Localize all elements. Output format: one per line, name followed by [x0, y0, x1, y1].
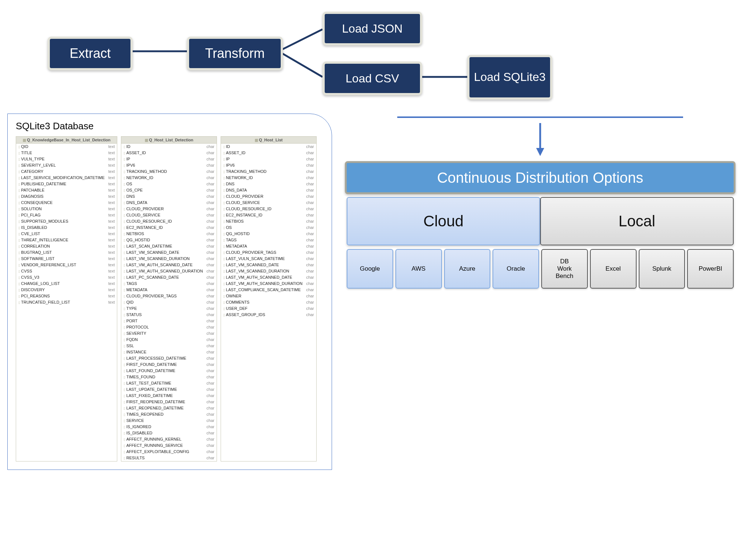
- db-field-type: char: [207, 424, 214, 430]
- db-field-row: PROTOCOLchar: [121, 324, 217, 330]
- db-field-type: char: [207, 449, 214, 455]
- db-field-row: DNSchar: [121, 193, 217, 200]
- db-field-name: CLOUD_RESOURCE_ID: [223, 206, 272, 212]
- cloud-chip: Google: [347, 249, 393, 289]
- db-field-row: CLOUD_SERVICEchar: [121, 212, 217, 218]
- db-field-row: QG_HOSTIDchar: [221, 231, 316, 237]
- db-field-row: RESULTSchar: [121, 455, 217, 461]
- db-field-name: RESULTS: [124, 455, 144, 461]
- db-field-name: CLOUD_RESOURCE_ID: [124, 218, 172, 225]
- db-field-row: DIAGNOSIStext: [16, 193, 117, 200]
- db-field-type: text: [108, 193, 115, 200]
- db-field-name: DNS: [223, 181, 235, 187]
- db-field-type: char: [207, 318, 214, 324]
- db-field-name: LAST_TEST_DATETIME: [124, 380, 171, 386]
- db-field-type: char: [207, 349, 214, 355]
- db-field-type: char: [207, 380, 214, 386]
- db-field-row: TIMES_REOPENEDchar: [121, 411, 217, 418]
- db-field-type: char: [207, 193, 214, 200]
- db-field-type: char: [207, 386, 214, 393]
- etl-flow: Extract Transform Load JSON Load CSV Loa…: [7, 7, 734, 103]
- cloud-chip: Azure: [444, 249, 491, 289]
- db-field-type: char: [207, 206, 214, 212]
- db-field-row: DNS_DATAchar: [121, 200, 217, 206]
- db-field-type: char: [207, 268, 214, 274]
- db-field-name: PORT: [124, 318, 137, 324]
- cloud-chip: Oracle: [493, 249, 539, 289]
- db-field-type: char: [207, 274, 214, 281]
- db-field-name: SSL: [124, 343, 134, 349]
- db-field-name: CLOUD_PROVIDER: [124, 206, 164, 212]
- db-field-type: char: [207, 399, 214, 405]
- db-field-row: LAST_SCAN_DATETIMEchar: [121, 243, 217, 249]
- db-field-type: text: [108, 162, 115, 168]
- db-field-type: text: [108, 262, 115, 268]
- db-field-row: STATUSchar: [121, 312, 217, 318]
- db-field-row: PCI_FLAGtext: [16, 212, 117, 218]
- db-table-header: Q_Host_List: [221, 137, 316, 144]
- distribution-chips: GoogleAWSAzureOracleDBWorkBenchExcelSplu…: [347, 249, 734, 289]
- db-field-row: LAST_SERVICE_MODIFICATION_DATETIMEtext: [16, 175, 117, 181]
- db-field-type: char: [207, 324, 214, 330]
- db-field-row: CVSS_V3text: [16, 274, 117, 281]
- db-field-row: ASSET_GROUP_IDSchar: [221, 312, 316, 318]
- db-field-name: VENDOR_REFERENCE_LIST: [18, 262, 76, 268]
- db-field-type: char: [306, 187, 314, 193]
- db-field-type: char: [207, 249, 214, 256]
- db-field-name: OS_CPE: [124, 187, 143, 193]
- db-field-name: NETWORK_ID: [124, 175, 153, 181]
- db-field-row: NETWORK_IDchar: [121, 175, 217, 181]
- db-field-type: text: [108, 156, 115, 162]
- db-field-type: char: [207, 243, 214, 249]
- db-field-type: text: [108, 293, 115, 299]
- db-field-name: IPV6: [223, 162, 235, 168]
- transform-box: Transform: [187, 37, 283, 70]
- db-field-row: USER_DEFchar: [221, 305, 316, 312]
- db-field-name: SERVICE: [124, 418, 144, 424]
- db-field-row: LAST_FOUND_DATETIMEchar: [121, 368, 217, 374]
- db-field-type: char: [306, 206, 314, 212]
- db-field-row: ASSET_IDchar: [121, 150, 217, 156]
- db-field-row: DNSchar: [221, 181, 316, 187]
- db-field-name: LAST_VM_SCANNED_DURATION: [223, 268, 289, 274]
- db-field-type: text: [108, 237, 115, 243]
- db-field-type: char: [306, 150, 314, 156]
- db-field-row: INSTANCEchar: [121, 349, 217, 355]
- db-field-name: NETBIOS: [223, 218, 244, 225]
- db-field-type: char: [207, 200, 214, 206]
- db-field-name: IP: [124, 156, 130, 162]
- db-field-row: TAGSchar: [221, 237, 316, 243]
- db-table: Q_Host_List_DetectionIDcharASSET_IDcharI…: [121, 136, 217, 461]
- db-field-row: LAST_FIXED_DATETIMEchar: [121, 393, 217, 399]
- db-field-name: LAST_VM_AUTH_SCANNED_DATE: [124, 262, 192, 268]
- db-field-type: char: [207, 150, 214, 156]
- sqlite-database-panel: SQLite3 Database Q_KnowledgeBase_In_Host…: [7, 114, 332, 470]
- db-field-name: FIRST_FOUND_DATETIME: [124, 361, 177, 368]
- db-field-row: EC2_INSTANCE_IDchar: [221, 212, 316, 218]
- db-field-name: FQDN: [124, 337, 138, 343]
- db-field-name: CLOUD_PROVIDER_TAGS: [124, 293, 177, 299]
- load-json-box: Load JSON: [322, 12, 422, 45]
- db-field-row: TYPEchar: [121, 305, 217, 312]
- db-field-row: OS_CPEchar: [121, 187, 217, 193]
- cloud-group: Cloud: [347, 197, 540, 245]
- db-field-row: METADATAchar: [121, 287, 217, 293]
- db-field-name: LAST_PC_SCANNED_DATE: [124, 274, 179, 281]
- db-field-name: AFFECT_RUNNING_SERVICE: [124, 442, 183, 449]
- db-field-row: THREAT_INTELLIGENCEtext: [16, 237, 117, 243]
- db-field-name: NETWORK_ID: [223, 175, 253, 181]
- local-group: Local: [540, 197, 734, 245]
- db-field-row: OWNERchar: [221, 293, 316, 299]
- db-field-name: CONSEQUENCE: [18, 200, 53, 206]
- db-field-type: text: [108, 225, 115, 231]
- db-field-name: CLOUD_SERVICE: [223, 200, 260, 206]
- db-field-name: EC2_INSTANCE_ID: [223, 212, 262, 218]
- db-field-name: QID: [18, 144, 28, 150]
- db-field-type: text: [108, 200, 115, 206]
- db-field-name: LAST_PROCESSED_DATETIME: [124, 355, 186, 361]
- db-field-row: FIRST_REOPENED_DATETIMEchar: [121, 399, 217, 405]
- db-field-row: AFFECT_EXPLOITABLE_CONFIGchar: [121, 449, 217, 455]
- db-field-row: IPV6char: [121, 162, 217, 168]
- local-chip: Splunk: [639, 249, 685, 289]
- db-field-type: char: [306, 193, 314, 200]
